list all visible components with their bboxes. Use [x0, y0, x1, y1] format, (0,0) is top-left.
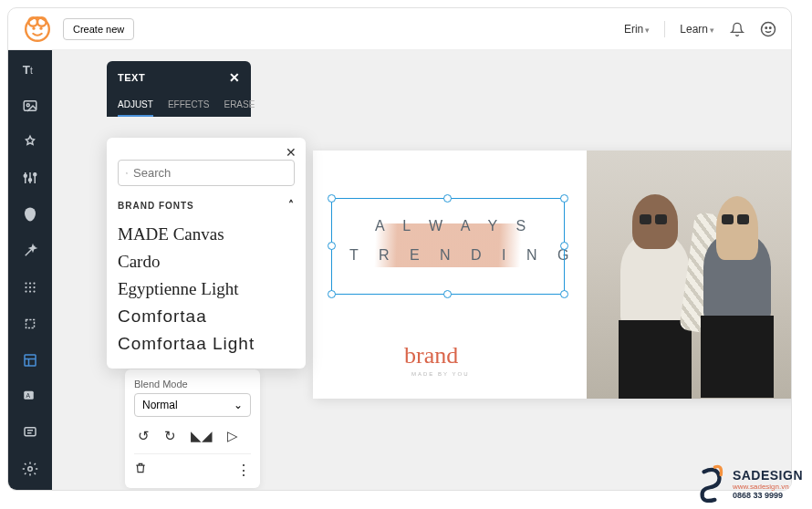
svg-point-11 — [26, 103, 29, 106]
blend-mode-select[interactable]: Normal ⌄ — [134, 393, 251, 417]
section-header[interactable]: BRAND FONTS ˄ — [118, 199, 295, 212]
svg-point-21 — [25, 286, 26, 288]
user-menu[interactable]: Erin▾ — [624, 23, 650, 36]
svg-point-37 — [126, 172, 127, 173]
svg-rect-33 — [25, 428, 36, 436]
svg-point-22 — [29, 286, 31, 288]
svg-rect-28 — [25, 355, 36, 366]
resize-handle[interactable] — [328, 242, 336, 250]
graphics-tool-icon[interactable] — [17, 132, 43, 152]
notifications-icon[interactable] — [729, 21, 745, 37]
svg-point-18 — [25, 282, 26, 284]
watermark: SADESIGN www.sadesign.vn 0868 33 9999 — [696, 463, 803, 504]
adjust-bottom-panel: Blend Mode Normal ⌄ ↺ ↻ ◣◢ ▷ ⋮ — [125, 369, 260, 488]
svg-point-16 — [29, 179, 32, 182]
chevron-down-icon: ▾ — [645, 26, 650, 35]
texture-tool-icon[interactable] — [17, 277, 43, 297]
font-option[interactable]: Cardo — [118, 248, 295, 275]
app-logo-icon — [23, 15, 52, 44]
text-panel: TEXT ✕ ADJUST EFFECTS ERASE — [107, 61, 251, 117]
blend-mode-label: Blend Mode — [134, 379, 251, 390]
font-search-field[interactable] — [133, 166, 286, 180]
svg-point-24 — [25, 290, 26, 292]
image-tool-icon[interactable] — [17, 96, 43, 116]
top-bar: Create new Erin▾ Learn▾ — [8, 8, 791, 50]
watermark-brand: SADESIGN — [733, 468, 803, 483]
brand-logo-text[interactable]: brand — [404, 342, 458, 369]
tab-effects[interactable]: EFFECTS — [168, 94, 210, 117]
svg-rect-27 — [26, 319, 35, 327]
canvas-image[interactable] — [587, 151, 792, 399]
svg-point-20 — [33, 282, 35, 284]
settings-icon[interactable] — [17, 459, 43, 479]
font-option[interactable]: Comfortaa — [118, 303, 295, 330]
left-sidebar: Tt A — [8, 50, 52, 490]
face-tool-icon[interactable] — [17, 204, 43, 224]
watermark-url: www.sadesign.vn — [733, 483, 803, 491]
resize-handle[interactable] — [328, 194, 336, 203]
svg-point-5 — [762, 22, 776, 36]
resize-handle[interactable] — [560, 290, 568, 298]
chevron-up-icon: ˄ — [288, 199, 295, 212]
close-icon[interactable]: ✕ — [229, 70, 241, 85]
svg-text:t: t — [30, 66, 33, 76]
flip-horizontal-icon[interactable]: ◣◢ — [191, 428, 213, 444]
svg-point-36 — [28, 467, 33, 472]
wand-tool-icon[interactable] — [17, 241, 43, 261]
more-icon[interactable]: ⋮ — [236, 462, 251, 479]
delete-icon[interactable] — [134, 462, 147, 479]
template-tool-icon[interactable] — [17, 350, 43, 370]
flip-vertical-icon[interactable]: ▷ — [227, 428, 238, 444]
crop-tool-icon[interactable] — [17, 314, 43, 334]
tab-adjust[interactable]: ADJUST — [118, 94, 153, 117]
canvas-area: TEXT ✕ ADJUST EFFECTS ERASE ✕ BRAND FONT… — [52, 50, 791, 490]
svg-point-23 — [33, 286, 35, 288]
resize-handle[interactable] — [443, 290, 452, 298]
rotate-right-icon[interactable]: ↻ — [164, 428, 176, 444]
svg-text:A: A — [26, 392, 31, 399]
svg-point-19 — [29, 282, 31, 284]
resize-handle[interactable] — [560, 194, 568, 203]
svg-point-7 — [770, 26, 772, 28]
svg-point-6 — [765, 26, 767, 28]
comment-tool-icon[interactable] — [17, 422, 43, 442]
panel-title: TEXT — [118, 72, 145, 83]
divider — [664, 21, 665, 37]
svg-point-17 — [34, 173, 36, 176]
close-icon[interactable]: ✕ — [286, 145, 297, 160]
chevron-down-icon: ⌄ — [234, 399, 243, 411]
svg-point-25 — [29, 290, 31, 292]
watermark-phone: 0868 33 9999 — [733, 491, 803, 500]
tab-erase[interactable]: ERASE — [224, 94, 255, 117]
rotate-left-icon[interactable]: ↺ — [138, 428, 150, 444]
font-option[interactable]: MADE Canvas — [118, 221, 295, 248]
svg-point-15 — [24, 175, 26, 178]
text-tool-icon[interactable]: Tt — [17, 59, 43, 79]
brand-tagline: MADE BY YOU — [411, 371, 469, 377]
search-icon — [126, 167, 128, 180]
font-option[interactable]: Comfortaa Light — [118, 330, 295, 358]
translate-tool-icon[interactable]: A — [17, 386, 43, 406]
resize-handle[interactable] — [443, 194, 452, 203]
svg-point-26 — [33, 290, 35, 292]
svg-text:T: T — [23, 63, 30, 77]
selection-box[interactable] — [331, 198, 565, 295]
chevron-down-icon: ▾ — [710, 26, 714, 35]
learn-menu[interactable]: Learn▾ — [680, 23, 714, 36]
search-input[interactable] — [118, 160, 295, 186]
watermark-logo-icon — [696, 463, 727, 504]
account-icon[interactable] — [760, 21, 776, 37]
font-dropdown: ✕ BRAND FONTS ˄ MADE Canvas Cardo Egypti… — [107, 138, 306, 369]
adjust-tool-icon[interactable] — [17, 168, 43, 188]
resize-handle[interactable] — [560, 242, 568, 250]
svg-point-3 — [32, 26, 35, 29]
design-canvas[interactable]: A L W A Y S T R E N D I N G brand MADE B… — [313, 151, 792, 399]
resize-handle[interactable] — [328, 290, 336, 298]
create-new-button[interactable]: Create new — [63, 18, 134, 40]
font-option[interactable]: Egyptienne Light — [118, 275, 295, 303]
svg-point-4 — [39, 26, 42, 29]
